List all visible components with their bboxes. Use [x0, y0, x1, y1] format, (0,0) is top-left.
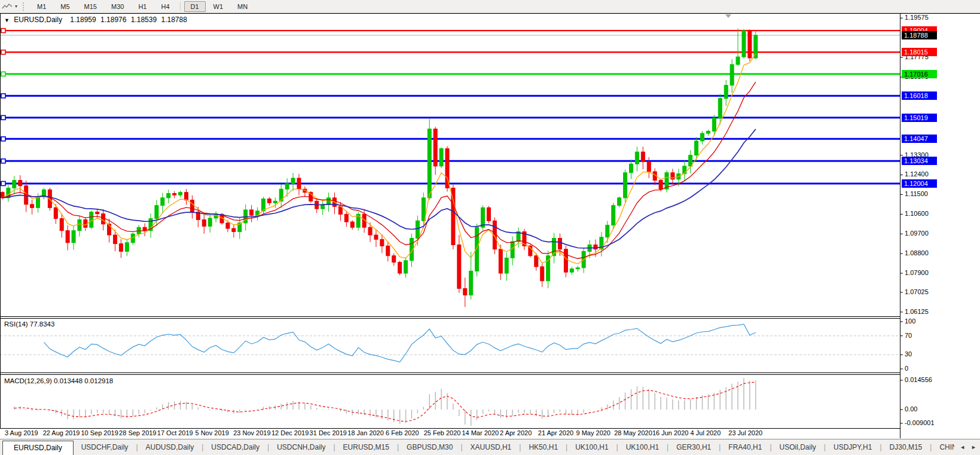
candle-body	[558, 239, 561, 249]
price-line-chip[interactable]: 1.17016	[902, 70, 937, 78]
candle-body	[72, 231, 75, 243]
timeframe-button-m15[interactable]: M15	[78, 1, 103, 12]
candle-body	[54, 207, 57, 218]
candle-body	[173, 194, 176, 196]
candle-body	[564, 249, 567, 272]
candle-body	[167, 194, 170, 198]
symbol-label: EURUSD,Daily	[14, 16, 62, 24]
hline-anchor[interactable]	[1, 94, 5, 98]
tab-uk100-h1[interactable]: UK100,H1	[618, 439, 667, 455]
candle-body	[161, 198, 164, 206]
tab-china300-h4[interactable]: CHINA300,H4	[932, 439, 954, 455]
timeframe-button-mn[interactable]: MN	[231, 1, 254, 12]
tab-usdcnh-daily[interactable]: USDCNH,Daily	[269, 439, 333, 455]
candle-body	[30, 204, 34, 207]
candle-body	[718, 99, 722, 118]
candle-body	[404, 261, 408, 273]
tab-xauusd-h1[interactable]: XAUUSD,H1	[463, 439, 520, 455]
hline-anchor[interactable]	[1, 181, 5, 185]
candle-body	[36, 197, 40, 207]
tab-ger30-h1[interactable]: GER30,H1	[668, 439, 719, 455]
price-tick-label: 1.19575	[905, 14, 929, 21]
hline-anchor[interactable]	[1, 50, 5, 54]
price-line-chip[interactable]: 1.14047	[902, 135, 937, 143]
chart-shift-marker[interactable]	[725, 14, 731, 18]
tab-usoil-daily[interactable]: USOil,Daily	[772, 439, 824, 455]
hline-anchor[interactable]	[1, 29, 5, 33]
price-tick-label: 1.07900	[905, 269, 929, 276]
symbol-dropdown-icon[interactable]: ▼	[4, 17, 10, 23]
candle-body	[380, 239, 384, 246]
candle-body	[125, 243, 129, 252]
tool-dropdown-arrow-icon[interactable]: ▾	[15, 4, 17, 9]
candle-body	[606, 225, 609, 237]
date-label: 6 Feb 2020	[386, 429, 419, 436]
date-label: 23 Jul 2020	[728, 429, 762, 436]
candle-body	[481, 207, 485, 227]
tab-eurusd-daily[interactable]: EURUSD,Daily	[2, 441, 74, 455]
tab-uk100-h1[interactable]: UK100,H1	[567, 439, 616, 455]
price-line-chip[interactable]: 1.18015	[902, 48, 937, 56]
candle-body	[84, 219, 87, 227]
tab-audusd-daily[interactable]: AUDUSD,Daily	[138, 439, 202, 455]
crosshair-tool-icon[interactable]	[1, 2, 13, 11]
date-label: 18 Jan 2020	[347, 429, 384, 436]
candle-body	[612, 206, 615, 225]
price-line-chip[interactable]: 1.13034	[902, 157, 937, 165]
candle-body	[635, 152, 639, 164]
tab-gbpusd-m30[interactable]: GBPUSD,M30	[399, 439, 460, 455]
date-label: 2 Apr 2020	[500, 429, 532, 436]
price-line-chip[interactable]: 1.16018	[902, 91, 937, 100]
candle-body	[102, 214, 105, 224]
date-label: 25 Feb 2020	[424, 429, 461, 436]
timeframe-button-h4[interactable]: H4	[154, 1, 176, 12]
price-line-chip[interactable]: 1.12004	[902, 179, 937, 188]
tab-scroll-left-icon[interactable]: ◄	[960, 444, 965, 450]
candle-body	[90, 212, 93, 228]
tab-dj30-m15[interactable]: DJ30,M15	[882, 439, 930, 455]
tab-hk50-h1[interactable]: HK50,H1	[521, 439, 566, 455]
macd-indicator-label: MACD(12,26,9) 0.013448 0.012918	[4, 377, 113, 384]
rsi-axis-label: 30	[905, 350, 912, 358]
tab-eurusd-m15[interactable]: EURUSD,M15	[335, 439, 397, 455]
price-line-chip[interactable]: 1.15019	[902, 114, 937, 122]
tab-usdcad-daily[interactable]: USDCAD,Daily	[203, 439, 267, 455]
timeframe-button-d1[interactable]: D1	[184, 1, 206, 12]
rsi-line	[44, 324, 755, 362]
candle-body	[185, 193, 188, 200]
candle-body	[60, 219, 63, 231]
candle-body	[273, 201, 277, 203]
rsi-axis-label: 70	[905, 332, 912, 339]
rsi-indicator-label: RSI(14) 77.8343	[4, 320, 54, 328]
tab-usdchf-daily[interactable]: USDCHF,Daily	[74, 439, 136, 455]
timeframe-buttons-group: M1M5M15M30H1H4D1W1MN	[30, 1, 255, 12]
candle-body	[344, 214, 348, 222]
candle-body	[428, 129, 431, 198]
hline-anchor[interactable]	[1, 115, 5, 120]
tab-usdjpy-h1[interactable]: USDJPY,H1	[826, 439, 880, 455]
candle-body	[433, 129, 437, 166]
candle-body	[659, 181, 663, 190]
timeframe-button-h1[interactable]: H1	[132, 1, 153, 12]
timeframe-button-w1[interactable]: W1	[207, 1, 230, 12]
candle-body	[535, 256, 538, 267]
hline-anchor[interactable]	[1, 72, 5, 76]
candle-body	[742, 30, 746, 57]
timeframe-button-m30[interactable]: M30	[105, 1, 130, 12]
hline-anchor[interactable]	[1, 137, 5, 141]
symbol-tab-bar: EURUSD,DailyUSDCHF,Daily|AUDUSD,Daily|US…	[0, 439, 980, 455]
candle-body	[647, 162, 651, 172]
toolbar-separator	[180, 2, 181, 11]
toolbar-grip[interactable]	[23, 2, 25, 11]
timeframe-button-m1[interactable]: M1	[30, 1, 53, 12]
date-label: 17 Oct 2019	[157, 429, 193, 436]
tab-fra40-h1[interactable]: FRA40,H1	[721, 439, 770, 455]
tab-scroll-controls: ◄ ►	[960, 444, 976, 450]
timeframe-button-m5[interactable]: M5	[54, 1, 76, 12]
candle-body	[439, 149, 443, 166]
candle-body	[712, 118, 716, 131]
ohlc-low: 1.18539	[131, 16, 157, 24]
hline-anchor[interactable]	[1, 159, 5, 163]
candle-body	[422, 198, 425, 221]
tab-scroll-right-icon[interactable]: ►	[971, 444, 976, 450]
